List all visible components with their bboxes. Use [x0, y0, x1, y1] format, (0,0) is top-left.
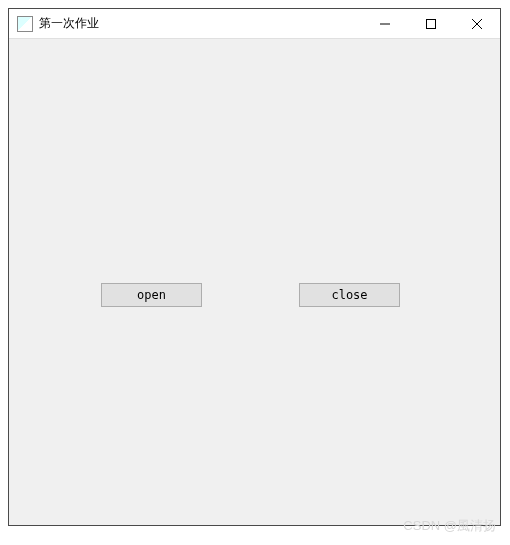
- app-icon: [17, 16, 33, 32]
- maximize-icon: [426, 19, 436, 29]
- minimize-icon: [380, 19, 390, 29]
- application-window: 第一次作业 open close: [8, 8, 501, 526]
- window-controls: [362, 9, 500, 38]
- window-title: 第一次作业: [39, 15, 99, 32]
- minimize-button[interactable]: [362, 9, 408, 38]
- client-area: open close: [9, 39, 500, 525]
- close-button[interactable]: [454, 9, 500, 38]
- maximize-button[interactable]: [408, 9, 454, 38]
- close-action-button[interactable]: close: [299, 283, 400, 307]
- close-icon: [472, 19, 482, 29]
- open-button[interactable]: open: [101, 283, 202, 307]
- titlebar: 第一次作业: [9, 9, 500, 39]
- svg-rect-1: [427, 19, 436, 28]
